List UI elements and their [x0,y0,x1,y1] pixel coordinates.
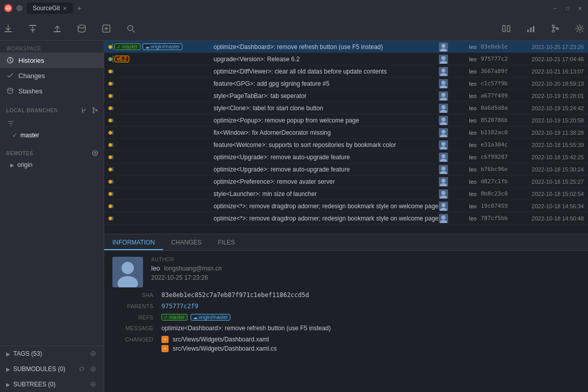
tab-files[interactable]: FILES [209,236,243,250]
merge-button[interactable] [79,106,88,115]
commit-date: 2022-10-18 15:25:27 [516,179,588,185]
svg-point-60 [441,179,445,183]
filter-header [0,116,104,129]
submodules-item[interactable]: ▶ SUBMODULES (0) [0,361,104,377]
close-button[interactable]: ✕ [576,4,584,12]
changed-row: CHANGED ~src/Views/Widgets/Dashboard.xam… [112,336,580,354]
commit-row[interactable]: fix<Window>: fix AdornerDecorator missin… [104,127,588,139]
commit-row[interactable]: style<Clone>: label for start clone butt… [104,102,588,114]
commit-list[interactable]: ✓ master☁ origin/masteroptimize<Dashboar… [104,41,588,234]
titlebar-tab[interactable]: SourceGit ✕ [27,3,73,14]
commit-message: optimize<Dashboard>: remove refresh butt… [211,43,439,51]
svg-point-39 [441,93,445,97]
commit-row[interactable]: optimize<Preference>: remove avater serv… [104,176,588,188]
commit-message: optimize<Upgrade>: remove auto-upgrade f… [211,166,439,173]
commit-hash: e31a304c [481,141,516,148]
settings-button[interactable] [572,20,588,37]
commit-date: 2022-10-20 18:59:13 [516,81,588,87]
commit-date: 2022-10-19 11:38:28 [516,130,588,136]
fetch-button[interactable] [0,20,16,37]
commit-dot [108,216,112,220]
branch-badge[interactable]: ✓ master [114,43,140,50]
commit-hash: 787cf5bb [481,215,516,222]
main-area: WORKSPACE Histories Changes Stashes [0,41,588,392]
parents-value[interactable]: 975777c2f9 [161,303,198,310]
sidebar-item-histories[interactable]: Histories [0,53,104,68]
sidebar-item-stashes[interactable]: Stashes [0,83,104,99]
add-remote-button[interactable] [90,149,100,158]
commit-avatar [439,116,448,125]
commit-date: 2022-10-19 15:24:42 [516,105,588,111]
commit-row[interactable]: optimize<Upgrade>: remove auto-upgrade f… [104,163,588,176]
commit-row[interactable]: v6.2upgrade<Version>: Release 6.2leo9757… [104,53,588,65]
commit-message: upgrade<Version>: Release 6.2 [211,56,439,63]
tags-item[interactable]: ▶ TAGS (53) [0,346,104,361]
history-icon [6,56,14,64]
commit-hash: d827c1fb [481,178,516,185]
add-subtree-button[interactable] [88,380,98,389]
maximize-button[interactable]: □ [563,4,572,12]
commit-row[interactable]: style<PageTabBar>: tab seperatorleoa677f… [104,90,588,102]
remote-origin[interactable]: ▶ origin [0,159,104,171]
subtrees-item[interactable]: ▶ SUBTREES (0) [0,377,104,392]
svg-rect-4 [54,31,61,32]
commit-row[interactable]: optimize<Upgrade>: remove auto-upgrade f… [104,151,588,163]
detail-ref-badge[interactable]: ✓ master [161,314,187,321]
commit-dot [108,118,112,122]
svg-point-72 [122,262,134,274]
commit-message: style<Clone>: label for start clone butt… [211,105,439,112]
commit-hash: a677f409 [481,92,516,99]
push-button[interactable] [49,20,65,37]
svg-point-54 [441,154,445,158]
commit-date: 2022-10-18 14:50:48 [516,215,588,222]
changed-file-row[interactable]: ~src/Views/Widgets/Dashboard.xaml [161,336,277,343]
svg-point-63 [441,191,445,195]
add-submodule-button[interactable] [88,364,98,374]
svg-point-51 [441,142,445,146]
branch-badge[interactable]: v6.2 [114,56,129,62]
columns-button[interactable] [498,20,514,37]
svg-point-36 [441,81,445,85]
refs-badges: ✓ master☁ origin/master [161,314,230,321]
commit-graph-cell [104,216,211,220]
commit-graph-cell [104,204,211,208]
commit-row[interactable]: ✓ master☁ origin/masteroptimize<Dashboar… [104,41,588,53]
commit-hash: 83e8eb1e [481,43,516,50]
tab-changes[interactable]: CHANGES [163,236,209,250]
message-key: MESSAGE [112,325,153,331]
commit-row[interactable]: optimize<Popup>: remove popup from welco… [104,114,588,127]
pull-button[interactable] [25,20,41,37]
search-button[interactable] [123,20,139,37]
minimize-button[interactable]: ─ [551,4,559,12]
new-branch-button[interactable] [90,106,100,115]
author-name: leo [151,264,160,272]
remotes-section: REMOTES ▶ origin [0,143,104,173]
commit-row[interactable]: feature<GPG>: add gpg signing feature #5… [104,78,588,90]
commit-row[interactable]: optimize<*>: remove dragdrop adorner; re… [104,212,588,225]
commit-row[interactable]: style<Launcher>: min size of launcherleo… [104,188,588,200]
add-tag-button[interactable] [88,349,98,358]
new-tab-button[interactable]: + [77,4,81,12]
branch-badge[interactable]: ☁ origin/master [143,43,183,50]
commit-date: 2022-10-19 15:20:58 [516,117,588,124]
refresh-submodules-button[interactable] [77,364,86,374]
commit-row[interactable]: feature<Welcome>: supports to sort repos… [104,139,588,151]
commit-hash: 8520786b [481,117,516,124]
sidebar-item-changes[interactable]: Changes [0,68,104,83]
commit-date: 2022-10-21 17:04:46 [516,56,588,62]
filter-button[interactable] [6,119,15,128]
commit-row[interactable]: optimize<*>: remove dragdrop adorner; re… [104,200,588,212]
tab-information[interactable]: INFORMATION [104,236,163,250]
branch-master[interactable]: ✓ master [0,129,104,141]
commit-row[interactable]: optimize<DiffViewer>: clear all old data… [104,65,588,78]
chart-button[interactable] [523,20,539,37]
patch-button[interactable] [98,20,114,37]
branch-button[interactable] [547,20,563,37]
stash-button[interactable] [74,20,90,37]
detail-ref-badge[interactable]: ☁ origin/master [191,314,231,321]
commit-avatar [439,140,448,150]
titlebar-tab-close[interactable]: ✕ [63,6,67,11]
changed-file-row[interactable]: ~src/Views/Widgets/Dashboard.xaml.cs [161,345,277,352]
commit-dot [108,180,112,184]
commit-dot [108,192,112,196]
